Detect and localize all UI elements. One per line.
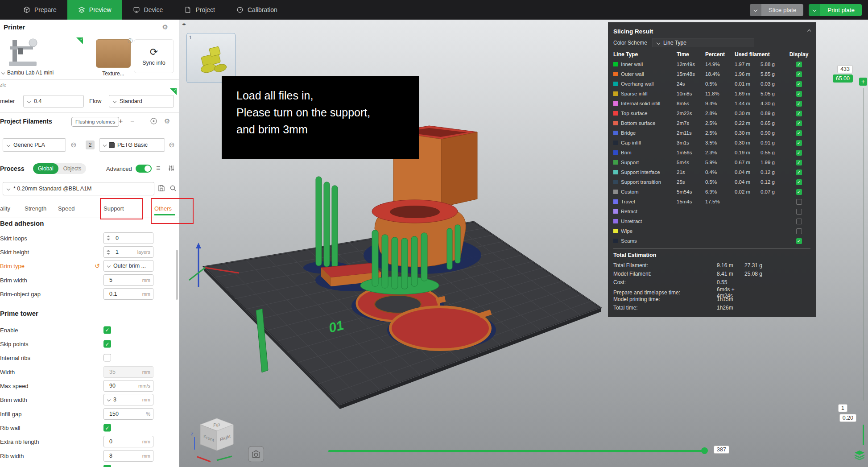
save-preset-icon[interactable] xyxy=(158,185,165,193)
tab-device[interactable]: Device xyxy=(122,0,174,20)
input-extra-rib-length[interactable]: 0mm xyxy=(103,436,153,447)
display-checkbox[interactable] xyxy=(796,209,802,215)
tab-prepare[interactable]: Prepare xyxy=(12,0,67,20)
plate-type-card[interactable] xyxy=(96,39,131,68)
stepper-up-icon[interactable] xyxy=(107,236,110,237)
display-checkbox[interactable] xyxy=(796,219,802,224)
display-cell: ✓ xyxy=(787,120,810,126)
filament-settings-gear-icon[interactable]: ⚙ xyxy=(164,117,170,125)
flow-select[interactable]: Standard xyxy=(109,95,174,107)
printer-settings-gear-icon[interactable]: ⚙ xyxy=(162,23,168,31)
printer-name: Bambu Lab A1 mini xyxy=(7,70,54,76)
stepper-skirt-height[interactable]: 1layers xyxy=(103,246,153,258)
scope-global[interactable]: Global xyxy=(33,163,58,174)
sync-info-button[interactable]: ⟳ Sync info xyxy=(134,39,174,73)
filament-row: Generic PLA ⊖ 2 PETG Basic ⊖ xyxy=(0,136,179,154)
filament-2-select[interactable]: PETG Basic xyxy=(99,138,165,152)
input-width[interactable]: 35mm xyxy=(103,366,153,378)
display-checkbox[interactable] xyxy=(796,228,802,234)
input-brim-object-gap[interactable]: 0.1mm xyxy=(103,288,153,300)
select-brim-width[interactable]: 3mm xyxy=(103,394,153,405)
filament-1-select[interactable]: Generic PLA xyxy=(3,138,66,152)
display-checkbox[interactable]: ✓ xyxy=(796,189,802,195)
tab-calibration[interactable]: Calibration xyxy=(226,0,288,20)
process-menu-icon[interactable]: ≡ xyxy=(156,164,160,172)
snapshot-button[interactable] xyxy=(248,446,264,462)
tab-project[interactable]: Project xyxy=(174,0,226,20)
model-lid[interactable] xyxy=(390,307,492,350)
display-checkbox[interactable]: ✓ xyxy=(796,91,802,97)
tab-speed[interactable]: Speed xyxy=(58,205,75,212)
slice-plate-label[interactable]: Slice plate xyxy=(761,4,803,16)
input-rib-width[interactable]: 8mm xyxy=(103,450,153,462)
checkbox-internal-ribs[interactable] xyxy=(103,354,111,362)
moves-slider-knob[interactable] xyxy=(701,447,708,454)
revert-icon[interactable]: ↺ xyxy=(95,262,100,269)
display-checkbox[interactable]: ✓ xyxy=(796,169,802,175)
stepper-arrows-icon[interactable] xyxy=(107,250,110,255)
stepper-up-icon[interactable] xyxy=(107,250,110,252)
bed-adhesion-title: Bed adhesion xyxy=(0,219,44,227)
line-type-cell: Inner wall xyxy=(613,62,677,67)
stepper-down-icon[interactable] xyxy=(107,253,110,255)
vertical-slider-segment[interactable] xyxy=(863,425,864,445)
process-scope-toggle[interactable]: Global Objects xyxy=(33,163,86,174)
display-checkbox[interactable]: ✓ xyxy=(796,111,802,116)
display-checkbox[interactable]: ✓ xyxy=(796,160,802,165)
display-checkbox[interactable]: ✓ xyxy=(796,62,802,67)
scope-objects[interactable]: Objects xyxy=(58,163,87,174)
checkbox-rib-wall[interactable]: ✓ xyxy=(103,424,111,432)
print-dropdown-caret[interactable] xyxy=(809,4,820,16)
checkbox-enable[interactable]: ✓ xyxy=(103,326,111,334)
advanced-toggle[interactable] xyxy=(136,165,152,173)
filament-1-remove-icon[interactable]: ⊖ xyxy=(70,141,76,149)
flushing-volumes-button[interactable]: Flushing volumes xyxy=(71,117,119,127)
input-max-speed[interactable]: 90mm/s xyxy=(103,380,153,392)
tab-quality[interactable]: ality xyxy=(0,205,10,212)
remove-filament-icon[interactable]: − xyxy=(130,118,134,125)
orientation-cube[interactable]: Fip Front Right z xyxy=(189,414,243,465)
display-checkbox[interactable]: ✓ xyxy=(796,101,802,107)
layers-icon[interactable] xyxy=(854,450,865,462)
process-preset-select[interactable]: * 0.20mm Standard @BBL A1M xyxy=(3,182,154,195)
display-checkbox[interactable] xyxy=(796,199,802,205)
slice-plate-button[interactable]: Slice plate xyxy=(750,4,803,16)
select-brim-type[interactable]: Outer brim ... xyxy=(103,260,153,272)
display-checkbox[interactable]: ✓ xyxy=(796,179,802,185)
display-checkbox[interactable]: ✓ xyxy=(796,130,802,136)
color-scheme-select[interactable]: Line Type xyxy=(653,38,754,47)
process-tune-icon[interactable] xyxy=(168,165,175,173)
display-checkbox[interactable]: ✓ xyxy=(796,71,802,77)
input-brim-width[interactable]: 5mm xyxy=(103,274,153,286)
checkbox-skip-points[interactable]: ✓ xyxy=(103,340,111,348)
stepper-skirt-loops[interactable]: 0 xyxy=(103,232,153,244)
stepper-arrows-icon[interactable] xyxy=(107,236,110,240)
sidebar-collapse-icon[interactable]: ◂▸ xyxy=(182,21,186,26)
tab-preview[interactable]: Preview xyxy=(67,0,122,20)
filament-2-remove-icon[interactable]: ⊖ xyxy=(169,141,174,149)
filament-spool-icon[interactable] xyxy=(150,117,157,126)
print-plate-label[interactable]: Print plate xyxy=(820,4,862,16)
add-filament-icon[interactable]: + xyxy=(119,118,123,125)
moves-slider-track[interactable] xyxy=(328,450,706,452)
collapse-panel-icon[interactable] xyxy=(807,29,811,33)
display-checkbox[interactable]: ✓ xyxy=(796,120,802,126)
printer-select[interactable]: Bambu Lab A1 mini xyxy=(2,70,54,76)
add-layer-range-button[interactable]: + xyxy=(859,78,867,86)
display-checkbox[interactable]: ✓ xyxy=(796,238,802,244)
checkbox-partial[interactable] xyxy=(103,465,111,467)
slice-dropdown-caret[interactable] xyxy=(750,4,761,16)
display-checkbox[interactable]: ✓ xyxy=(796,140,802,146)
tab-strength[interactable]: Strength xyxy=(25,205,46,212)
display-checkbox[interactable]: ✓ xyxy=(796,150,802,156)
print-plate-button[interactable]: Print plate xyxy=(809,4,862,16)
printer-card[interactable] xyxy=(2,37,83,70)
stepper-down-icon[interactable] xyxy=(107,239,110,240)
vertical-layer-slider[interactable] xyxy=(863,88,864,401)
search-icon[interactable] xyxy=(169,185,177,193)
plate-info-icon[interactable]: ⓘ xyxy=(128,37,133,45)
input-infill-gap[interactable]: 150% xyxy=(103,408,153,420)
display-checkbox[interactable]: ✓ xyxy=(796,81,802,87)
sidebar-scrollbar[interactable] xyxy=(176,250,178,300)
nozzle-diameter-select[interactable]: 0.4 xyxy=(23,95,84,107)
